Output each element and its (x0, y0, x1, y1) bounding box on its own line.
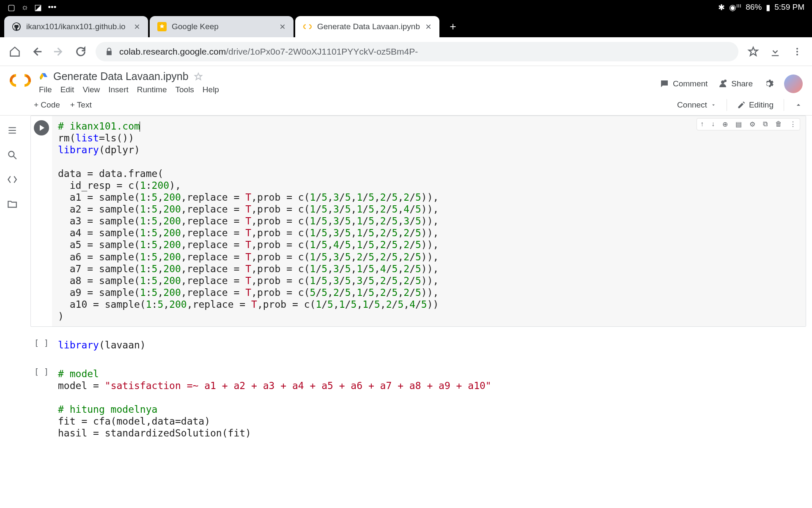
menu-bar: FileEditViewInsertRuntimeToolsHelp (39, 85, 652, 94)
lock-icon (105, 47, 113, 56)
cell-toolbar: ↑ ↓ ⊕ ▤ ⚙ ⧉ 🗑 ⋮ (697, 118, 800, 130)
avatar[interactable] (784, 75, 803, 93)
cell-prompt: [ ] (34, 338, 49, 355)
colab-toolbar: + Code + Text Connect Editing (0, 95, 812, 116)
comment-button[interactable]: Comment (659, 79, 708, 89)
mirror-icon[interactable]: ⧉ (763, 120, 768, 128)
pencil-icon (737, 101, 746, 109)
clock-text: 5:59 PM (774, 3, 804, 12)
drive-icon (39, 72, 48, 81)
files-icon[interactable] (7, 199, 18, 210)
collapse-button[interactable] (794, 101, 803, 109)
reload-button[interactable] (74, 44, 88, 59)
code-editor[interactable]: # model model = "satisfaction =~ a1 + a2… (52, 364, 806, 443)
notebook-title[interactable]: Generate Data Lavaan.ipynb (53, 70, 189, 83)
browser-tab[interactable]: ikanx101/ikanx101.github.io (4, 16, 148, 37)
omnibox[interactable]: colab.research.google.com/drive/1oPx0o7-… (96, 42, 738, 61)
menu-view[interactable]: View (82, 85, 100, 94)
settings-button[interactable] (763, 78, 774, 89)
flipboard-icon: ◪ (34, 3, 42, 12)
close-tab-icon[interactable] (134, 23, 140, 30)
toc-icon[interactable] (7, 125, 18, 136)
star-button[interactable] (746, 44, 760, 59)
svg-point-2 (796, 48, 798, 50)
tab-title: Google Keep (172, 22, 274, 31)
battery-text: 86% (746, 3, 762, 12)
search-icon[interactable] (7, 149, 18, 160)
cell-more-icon[interactable]: ⋮ (790, 120, 796, 128)
code-cell[interactable]: # ikanx101.com rm(list=ls()) library(dpl… (30, 116, 806, 327)
link-icon[interactable]: ⊕ (722, 120, 728, 128)
gallery-icon: ▢ (8, 3, 15, 12)
url-domain: colab.research.google.com (119, 47, 226, 56)
chrome-menu-button[interactable] (790, 44, 804, 59)
battery-icon: ▮ (766, 3, 770, 12)
close-tab-icon[interactable] (279, 23, 286, 30)
more-icon: ••• (48, 3, 56, 12)
new-tab-button[interactable] (444, 18, 461, 35)
bluetooth-icon: ✱ (718, 3, 725, 12)
browser-tab[interactable]: Generate Data Lavaan.ipynb (295, 16, 439, 37)
back-button[interactable] (30, 44, 44, 59)
browser-tab[interactable]: Google Keep (150, 16, 294, 37)
svg-point-4 (796, 54, 798, 55)
menu-runtime[interactable]: Runtime (137, 85, 167, 94)
url-path: /drive/1oPx0o7-2W0oXJ1101PYYckV-oz5Bm4P- (226, 47, 418, 56)
close-tab-icon[interactable] (425, 23, 432, 30)
run-cell-button[interactable] (34, 120, 49, 135)
menu-tools[interactable]: Tools (176, 85, 194, 94)
tab-strip: ikanx101/ikanx101.github.ioGoogle KeepGe… (0, 14, 812, 37)
notebook-content[interactable]: ↑ ↓ ⊕ ▤ ⚙ ⧉ 🗑 ⋮ # ikanx101.com rm(list=l… (25, 116, 812, 508)
brightness-icon: ☼ (21, 3, 28, 12)
left-sidebar (0, 116, 25, 508)
menu-file[interactable]: File (39, 85, 52, 94)
chevron-down-icon (710, 102, 716, 108)
tab-title: Generate Data Lavaan.ipynb (317, 22, 420, 31)
code-editor[interactable]: # ikanx101.com rm(list=ls()) library(dpl… (52, 116, 806, 326)
download-button[interactable] (768, 44, 782, 59)
tab-title: ikanx101/ikanx101.github.io (26, 22, 129, 31)
editing-mode-button[interactable]: Editing (737, 100, 774, 110)
wifi-icon: ◉ᴵᴵᴵ (729, 3, 741, 12)
menu-help[interactable]: Help (203, 85, 219, 94)
android-status-bar: ▢ ☼ ◪ ••• ✱ ◉ᴵᴵᴵ 86% ▮ 5:59 PM (0, 0, 812, 14)
add-text-button[interactable]: + Text (70, 100, 92, 110)
add-code-button[interactable]: + Code (34, 100, 60, 110)
code-cell[interactable]: [ ]# model model = "satisfaction =~ a1 +… (30, 363, 806, 444)
comment-cell-icon[interactable]: ▤ (735, 120, 742, 128)
svg-point-3 (796, 51, 798, 52)
connect-button[interactable]: Connect (677, 100, 716, 110)
code-cell[interactable]: [ ]library(lavaan) (30, 334, 806, 356)
code-editor[interactable]: library(lavaan) (52, 335, 806, 355)
chrome-toolbar: colab.research.google.com/drive/1oPx0o7-… (0, 37, 812, 66)
home-button[interactable] (8, 44, 22, 59)
colab-logo-icon[interactable] (9, 73, 31, 95)
menu-edit[interactable]: Edit (60, 85, 74, 94)
delete-cell-icon[interactable]: 🗑 (775, 120, 782, 128)
svg-point-5 (8, 151, 14, 157)
snippets-icon[interactable] (7, 174, 18, 185)
move-down-icon[interactable]: ↓ (711, 120, 715, 128)
move-up-icon[interactable]: ↑ (700, 120, 704, 128)
colab-header: Generate Data Lavaan.ipynb FileEditViewI… (0, 66, 812, 95)
star-notebook-button[interactable] (194, 72, 203, 81)
menu-insert[interactable]: Insert (108, 85, 129, 94)
colab-app: Generate Data Lavaan.ipynb FileEditViewI… (0, 66, 812, 508)
cell-settings-icon[interactable]: ⚙ (749, 120, 755, 128)
share-button[interactable]: Share (718, 79, 753, 89)
cell-prompt: [ ] (34, 367, 49, 443)
forward-button[interactable] (52, 44, 66, 59)
